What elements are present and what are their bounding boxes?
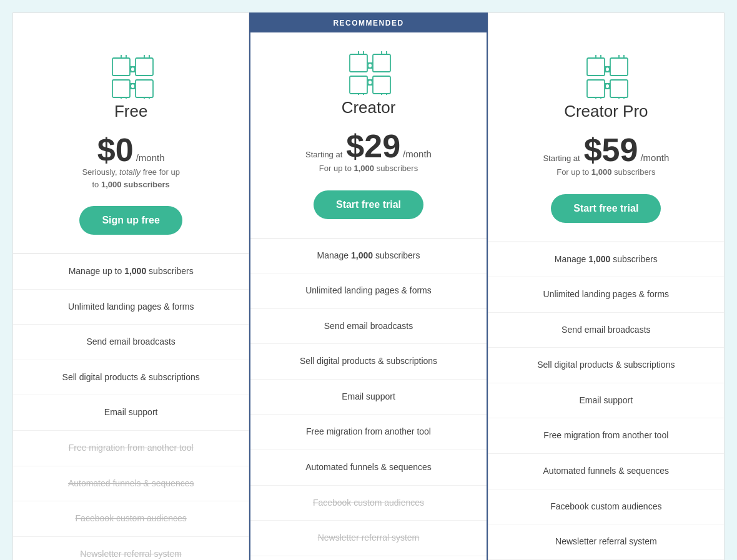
- starting-at: Starting at: [543, 154, 580, 163]
- svg-rect-7: [373, 76, 390, 94]
- plan-icon: [584, 55, 628, 92]
- price-amount: $59: [584, 134, 638, 166]
- feature-item: Automated funnels & sequences: [488, 454, 724, 489]
- svg-rect-4: [350, 54, 367, 72]
- price-period: /month: [640, 152, 669, 163]
- feature-item: Newsletter referral system: [13, 537, 249, 560]
- plan-features-list: Manage 1,000 subscribersUnlimited landin…: [250, 238, 486, 561]
- plan-subtitle: For up to 1,000 subscribers: [319, 162, 418, 175]
- plan-subtitle: For up to 1,000 subscribers: [556, 166, 655, 179]
- feature-item: Sell digital products & subscriptions: [488, 348, 724, 383]
- svg-rect-5: [373, 54, 390, 72]
- plan-subtitle: Seriously, totally free for upto 1,000 s…: [82, 166, 180, 190]
- feature-item: Free migration from another tool: [250, 415, 486, 450]
- feature-item: Facebook custom audiences: [250, 486, 486, 521]
- feature-item: Automated funnels & sequences: [13, 466, 249, 502]
- svg-rect-10: [587, 80, 605, 97]
- plan-header: Creator Starting at $29 /month For up to…: [250, 32, 486, 238]
- starting-at: Starting at: [305, 150, 342, 159]
- feature-item: Email support: [13, 395, 249, 431]
- svg-rect-8: [587, 58, 605, 76]
- plan-name: Creator: [342, 98, 396, 117]
- feature-item: Subscriber scoring: [250, 556, 486, 560]
- price-amount: $29: [346, 130, 400, 162]
- svg-rect-2: [112, 80, 130, 97]
- recommended-badge: RECOMMENDED: [250, 14, 486, 32]
- feature-item: Manage up to 1,000 subscribers: [13, 254, 249, 290]
- svg-rect-11: [610, 80, 628, 97]
- plan-features-list: Manage up to 1,000 subscribersUnlimited …: [13, 254, 249, 560]
- feature-item: Email support: [250, 380, 486, 415]
- feature-item: Unlimited landing pages & forms: [488, 277, 724, 313]
- svg-rect-9: [610, 58, 628, 76]
- feature-item: Sell digital products & subscriptions: [13, 360, 249, 396]
- feature-item: Send email broadcasts: [250, 309, 486, 345]
- plan-cta-button[interactable]: Sign up free: [79, 206, 182, 235]
- feature-item: Send email broadcasts: [488, 313, 724, 348]
- plan-name: Free: [114, 102, 147, 121]
- plan-features-list: Manage 1,000 subscribersUnlimited landin…: [488, 242, 724, 561]
- svg-rect-3: [136, 80, 153, 97]
- plan-card-creator: RECOMMENDED Creator Starting at $29 /mon…: [249, 12, 487, 560]
- plan-card-creator-pro: Creator Pro Starting at $59 /month For u…: [488, 12, 725, 560]
- feature-item: Facebook custom audiences: [13, 501, 249, 537]
- feature-item: Free migration from another tool: [13, 431, 249, 466]
- plan-header: Creator Pro Starting at $59 /month For u…: [488, 36, 724, 242]
- feature-item: Manage 1,000 subscribers: [250, 238, 486, 274]
- price-period: /month: [403, 149, 432, 159]
- feature-item: Unlimited landing pages & forms: [250, 273, 486, 309]
- feature-item: Facebook custom audiences: [488, 489, 724, 525]
- svg-rect-0: [112, 58, 130, 76]
- feature-item: Automated funnels & sequences: [250, 450, 486, 486]
- plan-cta-button[interactable]: Start free trial: [314, 190, 423, 219]
- plan-cta-button[interactable]: Start free trial: [551, 194, 661, 223]
- feature-item: Unlimited landing pages & forms: [13, 290, 249, 325]
- plan-icon: [109, 55, 153, 92]
- price-period: /month: [136, 152, 165, 163]
- svg-rect-6: [350, 76, 367, 94]
- price-amount: $0: [97, 134, 134, 166]
- feature-item: Newsletter referral system: [250, 521, 486, 556]
- feature-item: Sell digital products & subscriptions: [250, 344, 486, 380]
- feature-item: Email support: [488, 383, 724, 419]
- pricing-table: Free $0 /month Seriously, totally free f…: [12, 12, 725, 560]
- feature-item: Newsletter referral system: [488, 524, 724, 560]
- plan-name: Creator Pro: [564, 102, 648, 121]
- feature-item: Free migration from another tool: [488, 418, 724, 454]
- plan-card-free: Free $0 /month Seriously, totally free f…: [12, 12, 249, 560]
- svg-rect-1: [136, 58, 153, 76]
- plan-header: Free $0 /month Seriously, totally free f…: [13, 36, 249, 254]
- plan-icon: [347, 51, 390, 89]
- feature-item: Manage 1,000 subscribers: [488, 242, 724, 278]
- feature-item: Send email broadcasts: [13, 325, 249, 360]
